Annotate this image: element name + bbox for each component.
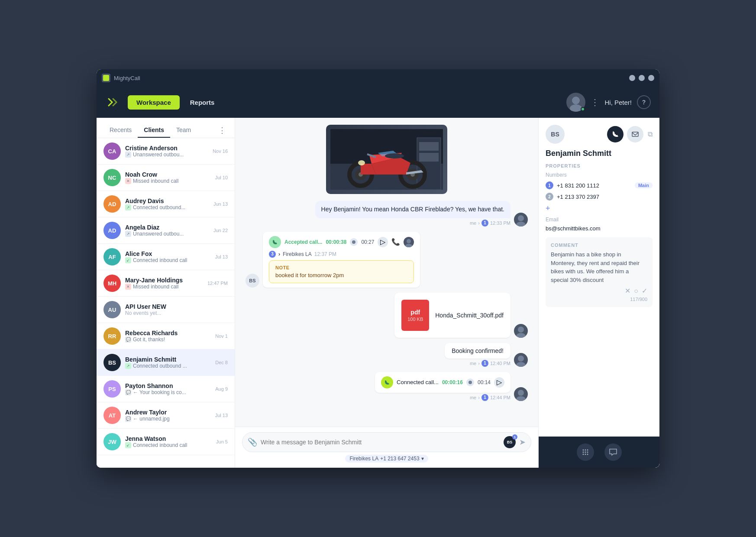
call-icon bbox=[269, 236, 281, 248]
avatar: BS bbox=[103, 354, 121, 371]
more-options-icon[interactable]: ⋮ bbox=[591, 97, 599, 107]
dialpad-button[interactable] bbox=[577, 443, 594, 461]
call-icon-green bbox=[381, 376, 393, 388]
status-icon: ↗ bbox=[125, 363, 131, 369]
contact-avatar-initials: BS bbox=[546, 125, 565, 144]
contact-item[interactable]: NC Noah Crow ✕ Missed inbound call Jul 1… bbox=[97, 165, 235, 191]
avatar: AT bbox=[103, 407, 121, 424]
contact-info: Alice Fox ↙ Connected inbound call bbox=[125, 250, 211, 263]
connected-call-info: Connected call... 00:00:16 00:14 ▷ bbox=[381, 376, 504, 388]
message-input-row: 📎 BS 1 ➤ bbox=[242, 432, 531, 452]
contact-date: Jun 22 bbox=[213, 228, 228, 233]
comment-actions: ✕ ○ ✓ bbox=[551, 287, 647, 295]
svg-point-28 bbox=[518, 390, 524, 396]
reports-nav-button[interactable]: Reports bbox=[181, 95, 223, 110]
contact-item[interactable]: MH Mary-Jane Holdings ✕ Missed inbound c… bbox=[97, 270, 235, 297]
avatar: NC bbox=[103, 169, 121, 186]
booking-message-row: Booking confirmed! me › 1 12:40 PM bbox=[246, 343, 528, 367]
channel-badge: 1 bbox=[481, 360, 488, 367]
minimize-button[interactable] bbox=[629, 75, 635, 81]
contact-item[interactable]: AT Andrew Taylor 💬 ← unnamed.jpg Jul 13 bbox=[97, 402, 235, 429]
contact-info: API User NEW No events yet... bbox=[125, 303, 228, 316]
sender-selector[interactable]: Firebikes LA +1 213 647 2453 ▾ bbox=[345, 455, 428, 463]
contact-item[interactable]: AD Audrey Davis ↗ Connected outbound... … bbox=[97, 191, 235, 217]
play-button[interactable]: ▷ bbox=[378, 237, 388, 247]
message-avatar bbox=[514, 353, 528, 367]
save-comment-icon[interactable]: ✓ bbox=[642, 287, 647, 295]
contact-item[interactable]: AD Angela Diaz ↗ Unanswered outbou... Ju… bbox=[97, 217, 235, 244]
online-status-dot bbox=[581, 107, 585, 111]
email-button[interactable] bbox=[627, 126, 643, 142]
call-meta: me › 1 12:44 PM bbox=[470, 394, 510, 401]
svg-point-34 bbox=[582, 452, 584, 453]
add-number-row[interactable]: + bbox=[546, 202, 653, 213]
contact-item[interactable]: PS Payton Shannon 💬 ← Your booking is co… bbox=[97, 376, 235, 402]
call-button[interactable] bbox=[607, 126, 624, 142]
maximize-button[interactable] bbox=[639, 75, 645, 81]
svg-point-21 bbox=[407, 239, 411, 243]
sidebar: Recents Clients Team ⋮ CA Cristine Ander… bbox=[97, 118, 235, 468]
call-timestamp: 00:00:38 bbox=[326, 239, 346, 245]
contact-status: ✕ Missed inbound call bbox=[125, 284, 203, 290]
header-right: ⋮ Hi, Peter! ? bbox=[566, 93, 651, 112]
status-icon: ✕ bbox=[125, 284, 131, 290]
contact-name: Andrew Taylor bbox=[125, 409, 211, 416]
contact-date: Jun 13 bbox=[213, 201, 228, 207]
main-badge: Main bbox=[635, 182, 653, 188]
contact-name: API User NEW bbox=[125, 303, 228, 310]
tab-recents[interactable]: Recents bbox=[103, 123, 138, 138]
message-meta: me › 1 12:33 PM bbox=[470, 220, 510, 226]
close-button[interactable] bbox=[648, 75, 654, 81]
close-comment-icon[interactable]: ✕ bbox=[625, 287, 630, 295]
copy-icon[interactable]: ⧉ bbox=[648, 130, 653, 138]
svg-point-20 bbox=[352, 240, 355, 244]
contact-item-benjamin[interactable]: BS Benjamin Schmitt ↗ Connected outbound… bbox=[97, 349, 235, 376]
note-label: NOTE bbox=[275, 265, 407, 270]
contact-item[interactable]: JW Jenna Watson ↙ Connected inbound call… bbox=[97, 429, 235, 455]
comment-label: COMMENT bbox=[551, 243, 647, 248]
contact-date: 12:47 PM bbox=[207, 281, 228, 286]
contact-item[interactable]: AF Alice Fox ↙ Connected inbound call Ju… bbox=[97, 244, 235, 270]
message-bubble: Hey Benjamin! You mean Honda CBR Firebla… bbox=[315, 201, 510, 218]
call-message-content: Accepted call... 00:00:38 00:27 ▷ 📞 bbox=[263, 232, 420, 288]
play-button-2[interactable]: ▷ bbox=[494, 377, 504, 388]
phone-number-2: +1 213 370 2397 bbox=[557, 194, 599, 200]
motorcycle-svg bbox=[330, 129, 443, 190]
contact-item[interactable]: CA Cristine Anderson ↗ Unanswered outbou… bbox=[97, 138, 235, 165]
svg-point-26 bbox=[516, 362, 526, 367]
tab-clients[interactable]: Clients bbox=[138, 123, 170, 138]
call-label: Connected call... bbox=[397, 379, 439, 385]
attach-icon[interactable]: 📎 bbox=[248, 437, 257, 447]
contact-item[interactable]: AU API User NEW No events yet... bbox=[97, 297, 235, 323]
message-input[interactable] bbox=[261, 439, 500, 446]
avatar: CA bbox=[103, 142, 121, 160]
recording-icon bbox=[350, 238, 358, 246]
contact-item[interactable]: RR Rebecca Richards 💬 Got it, thanks! No… bbox=[97, 323, 235, 349]
discard-comment-icon[interactable]: ○ bbox=[634, 287, 638, 295]
number-row-1: 1 +1 831 200 1112 Main bbox=[546, 180, 653, 191]
svg-point-1 bbox=[572, 97, 580, 104]
tab-team[interactable]: Team bbox=[170, 123, 197, 138]
phone-number-1: +1 831 200 1112 bbox=[557, 182, 599, 189]
call-duration: 00:27 bbox=[361, 239, 374, 245]
number-row-2: 2 +1 213 370 2397 bbox=[546, 191, 653, 202]
panel-actions bbox=[607, 126, 643, 142]
svg-rect-30 bbox=[632, 132, 638, 136]
contact-info: Angela Diaz ↗ Unanswered outbou... bbox=[125, 224, 209, 237]
contact-avatar: BS bbox=[246, 274, 259, 288]
workspace-nav-button[interactable]: Workspace bbox=[128, 95, 180, 110]
contact-status: ↗ Connected outbound... bbox=[125, 204, 209, 210]
confirmed-bubble: Booking confirmed! bbox=[445, 343, 510, 359]
send-icon[interactable]: ➤ bbox=[519, 437, 526, 447]
chat-button[interactable] bbox=[604, 443, 622, 461]
email-address: bs@schmittbikes.com bbox=[546, 225, 601, 232]
contact-date: Dec 8 bbox=[215, 360, 228, 365]
header: Workspace Reports ⋮ Hi, Peter! ? bbox=[97, 87, 659, 118]
contact-name: Noah Crow bbox=[125, 171, 211, 178]
tabs-more-icon[interactable]: ⋮ bbox=[216, 124, 228, 137]
note-text: booked it for tomorrow 2pm bbox=[275, 272, 407, 278]
number-badge-2: 2 bbox=[546, 193, 553, 201]
help-button[interactable]: ? bbox=[637, 95, 651, 109]
call-time-elapsed: 00:00:16 bbox=[442, 379, 463, 385]
add-number-icon[interactable]: + bbox=[546, 204, 550, 213]
